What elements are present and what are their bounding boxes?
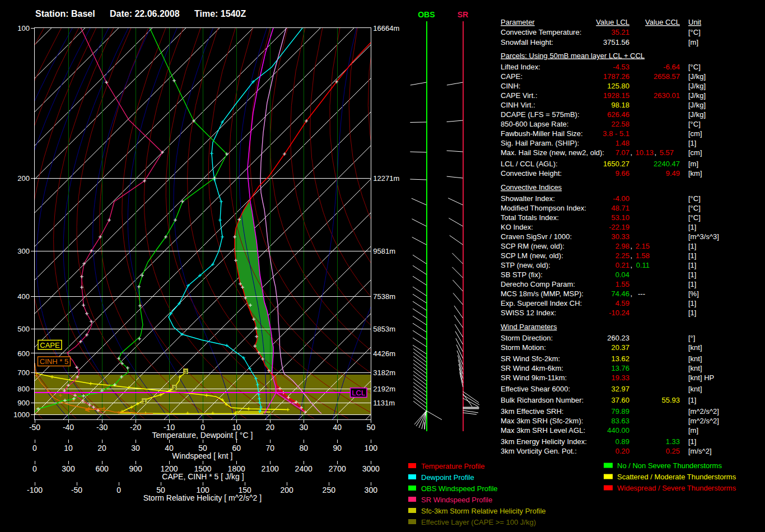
svg-text:Modified Thompson Index:: Modified Thompson Index: [501, 204, 586, 212]
svg-text:3km Vorticity Gen. Pot.:: 3km Vorticity Gen. Pot.: [501, 447, 577, 455]
svg-text:2.15: 2.15 [636, 242, 650, 250]
svg-text:SR Wind 9km-11km:: SR Wind 9km-11km: [501, 374, 567, 382]
svg-text:600: 600 [17, 349, 30, 358]
svg-text:10.13: 10.13 [635, 148, 654, 157]
svg-text:Storm Motion:: Storm Motion: [501, 343, 546, 352]
svg-text:2192m: 2192m [373, 385, 395, 393]
svg-text:1: 1 [143, 399, 146, 404]
svg-text:[1]: [1] [688, 223, 696, 231]
svg-text:850-600 Lapse Rate:: 850-600 Lapse Rate: [501, 120, 568, 128]
svg-text:[J/kg]: [J/kg] [688, 72, 706, 81]
svg-text:Scattered / Moderate Thunderst: Scattered / Moderate Thunderstorms [617, 473, 736, 481]
svg-text:OBS: OBS [418, 10, 435, 19]
svg-text:DCAPE (LFS = 575mB):: DCAPE (LFS = 575mB): [501, 110, 580, 119]
svg-text:100: 100 [17, 24, 30, 32]
svg-text:SR: SR [458, 10, 468, 19]
svg-text:-30: -30 [96, 423, 108, 432]
svg-text:900: 900 [129, 464, 142, 473]
svg-text:1.48: 1.48 [615, 139, 629, 147]
svg-text:20: 20 [265, 423, 274, 432]
svg-text:Value CCL: Value CCL [645, 18, 680, 26]
svg-text:Total Totals Index:: Total Totals Index: [501, 213, 559, 222]
svg-text:[°C]: [°C] [688, 204, 701, 212]
svg-text:,: , [655, 148, 657, 157]
svg-text:Showalter Index:: Showalter Index: [501, 194, 555, 203]
svg-text:[J/kg]: [J/kg] [688, 91, 706, 100]
svg-text:9.49: 9.49 [666, 169, 680, 178]
svg-text:Sig. Hail Param. (SHIP):: Sig. Hail Param. (SHIP): [501, 139, 579, 147]
svg-text:4426m: 4426m [373, 349, 395, 358]
svg-text:LCL / CCL (AGL):: LCL / CCL (AGL): [501, 160, 558, 168]
svg-text:[m^3/s^3]: [m^3/s^3] [688, 232, 719, 241]
svg-text:0.20: 0.20 [615, 447, 629, 455]
svg-text:[J/kg]: [J/kg] [688, 101, 706, 109]
svg-text:16664m: 16664m [373, 24, 399, 32]
svg-text:[°C]: [°C] [688, 120, 701, 128]
svg-text:[knt]: [knt] [688, 343, 702, 352]
svg-text:3751.56: 3751.56 [603, 38, 629, 46]
svg-text:-50: -50 [29, 423, 40, 432]
svg-text:2630.01: 2630.01 [654, 91, 680, 100]
svg-text:[knt]: [knt] [688, 354, 702, 363]
svg-text:LCL: LCL [352, 389, 365, 397]
svg-text:2700: 2700 [329, 464, 346, 473]
svg-text:74.46: 74.46 [611, 290, 629, 298]
svg-text:1.55: 1.55 [615, 280, 629, 288]
svg-text:Bulk Richardson Number:: Bulk Richardson Number: [501, 396, 584, 404]
svg-text:32.97: 32.97 [611, 385, 629, 393]
svg-text:Value LCL: Value LCL [596, 18, 629, 26]
svg-text:[km]: [km] [688, 169, 702, 178]
svg-text:Unit: Unit [688, 18, 702, 26]
svg-text:30.33: 30.33 [611, 232, 629, 241]
svg-text:[1]: [1] [688, 242, 696, 250]
svg-text:-4.53: -4.53 [613, 63, 629, 71]
svg-text:[1]: [1] [688, 396, 696, 404]
svg-text:10: 10 [64, 444, 73, 452]
svg-text:Sfc-3km Storm Relative Helicit: Sfc-3km Storm Relative Helicity Profile [421, 507, 546, 515]
svg-text:1787.26: 1787.26 [603, 72, 629, 81]
svg-text:5.57: 5.57 [660, 148, 674, 157]
svg-text:,: , [631, 148, 633, 157]
svg-text:2: 2 [173, 385, 176, 391]
svg-text:CAPE Virt.:: CAPE Virt.: [501, 91, 538, 100]
svg-text:4.59: 4.59 [615, 299, 629, 307]
svg-text:-22.19: -22.19 [609, 223, 629, 231]
svg-text:Windspeed [ knt ]: Windspeed [ knt ] [172, 451, 232, 460]
svg-text:2400: 2400 [295, 464, 312, 473]
svg-text:3000: 3000 [362, 464, 380, 473]
svg-text:Convective Height:: Convective Height: [501, 169, 562, 178]
svg-text:Storm Direction:: Storm Direction: [501, 334, 553, 342]
svg-text:83.63: 83.63 [611, 417, 629, 425]
svg-text:0: 0 [32, 444, 37, 452]
svg-text:626.46: 626.46 [607, 110, 629, 119]
svg-text:[%]: [%] [688, 290, 699, 298]
svg-text:700: 700 [17, 368, 30, 377]
svg-text:55.93: 55.93 [661, 396, 680, 404]
svg-text:2100: 2100 [262, 464, 279, 473]
svg-text:Exp. Supercell Index CH:: Exp. Supercell Index CH: [501, 299, 582, 307]
svg-text:12271m: 12271m [373, 174, 399, 183]
svg-text:[°C]: [°C] [688, 194, 701, 203]
svg-text:19.33: 19.33 [611, 374, 629, 382]
svg-text:[°C]: [°C] [688, 63, 701, 71]
svg-text:-6.64: -6.64 [663, 63, 680, 71]
svg-text:[1]: [1] [688, 270, 696, 279]
svg-text:40: 40 [333, 423, 342, 432]
svg-text:CINH * 5: CINH * 5 [40, 357, 68, 366]
svg-text:Temperature Profile: Temperature Profile [421, 462, 484, 470]
svg-text:0.25: 0.25 [666, 447, 680, 455]
svg-text:3.8 - 5.1: 3.8 - 5.1 [603, 129, 629, 138]
svg-text:STP (new, old):: STP (new, old): [501, 261, 551, 269]
svg-text:,: , [631, 290, 633, 298]
svg-text:30: 30 [299, 423, 308, 432]
svg-text:,: , [631, 251, 633, 260]
svg-text:KO Index:: KO Index: [501, 223, 533, 231]
svg-text:-10.24: -10.24 [609, 309, 629, 317]
svg-text:30: 30 [131, 444, 140, 452]
svg-text:-20: -20 [130, 423, 141, 432]
svg-text:0.21: 0.21 [615, 261, 629, 269]
svg-text:[°C]: [°C] [688, 213, 701, 222]
svg-text:Convective Temperature:: Convective Temperature: [501, 28, 581, 36]
svg-text:0.04: 0.04 [615, 270, 629, 279]
svg-text:500: 500 [17, 325, 30, 333]
